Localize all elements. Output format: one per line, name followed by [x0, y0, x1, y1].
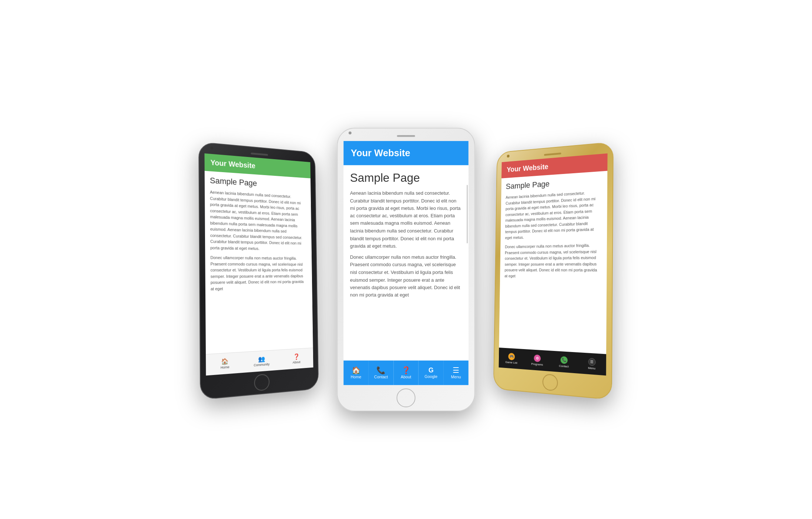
center-phone-bottom — [338, 385, 474, 411]
right-phone-speaker — [544, 153, 561, 156]
left-nav-home-label: Home — [221, 365, 229, 369]
center-nav-home[interactable]: 🏠 Home — [343, 361, 369, 385]
right-nav-menu[interactable]: ☰ Menu — [578, 352, 606, 376]
home-icon: 🏠 — [221, 358, 229, 365]
center-nav-contact[interactable]: 📞 Contact — [369, 361, 394, 385]
left-screen-title: Sample Page — [210, 176, 306, 191]
left-phone-speaker — [251, 153, 268, 156]
page-container: Your Website Sample Page Aenean lacinia … — [7, 15, 805, 519]
center-header-text: Your Website — [351, 147, 410, 158]
right-nav-programs-label: Programs — [531, 362, 543, 366]
left-nav-about[interactable]: ❓ About — [279, 348, 313, 370]
center-nav-about[interactable]: ❓ About — [393, 361, 419, 385]
right-phone-screen: Your Website Sample Page Aenean lacinia … — [499, 153, 608, 375]
left-screen-para-1: Aenean lacinia bibendum nulla sed consec… — [210, 189, 307, 252]
left-nav-about-label: About — [292, 360, 300, 364]
left-phone: Your Website Sample Page Aenean lacinia … — [198, 142, 319, 400]
center-menu-icon: ☰ — [453, 366, 459, 374]
center-phone-speaker — [397, 135, 415, 137]
about-icon: ❓ — [293, 354, 300, 360]
right-nav-contact[interactable]: 📞 Contact — [550, 351, 578, 373]
center-screen-para-2: Donec ullamcorper nulla non metus auctor… — [350, 254, 462, 299]
right-phone: Your Website Sample Page Aenean lacinia … — [493, 142, 614, 400]
left-screen-body: Sample Page Aenean lacinia bibendum null… — [205, 171, 313, 354]
left-nav-community-label: Community — [254, 362, 270, 367]
right-phone-camera — [507, 155, 510, 158]
center-nav-home-label: Home — [350, 375, 361, 379]
center-phone-nav: 🏠 Home 📞 Contact ❓ About G — [343, 361, 469, 385]
right-screen-para-2: Donec ullamcorper nulla non metus auctor… — [504, 242, 602, 279]
center-phone: Your Website Sample Page Aenean lacinia … — [337, 128, 475, 411]
right-screen-body: Sample Page Aenean lacinia bibendum null… — [499, 171, 607, 354]
right-home-button[interactable] — [543, 374, 558, 391]
right-nav-gamelist-label: Game List — [505, 360, 517, 364]
center-nav-menu[interactable]: ☰ Menu — [443, 361, 469, 385]
right-screen-para-1: Aenean lacinia bibendum nulla sed consec… — [505, 189, 602, 241]
center-screen-title: Sample Page — [350, 171, 462, 184]
left-side-btn-1 — [315, 194, 317, 204]
left-header-text: Your Website — [211, 158, 256, 170]
center-phone-screen: Your Website Sample Page Aenean lacinia … — [343, 141, 469, 385]
center-nav-contact-label: Contact — [374, 375, 388, 379]
left-home-button[interactable] — [254, 374, 270, 391]
right-side-btn-2 — [613, 203, 614, 214]
left-phone-wrapper: Your Website Sample Page Aenean lacinia … — [198, 142, 319, 400]
center-side-btn-1 — [475, 172, 475, 183]
center-nav-about-label: About — [401, 375, 411, 379]
right-header-text: Your Website — [507, 163, 548, 174]
right-screen-title: Sample Page — [506, 176, 603, 191]
center-phone-camera — [349, 131, 352, 134]
center-nav-google-label: Google — [425, 374, 437, 379]
right-nav-menu-label: Menu — [588, 366, 595, 370]
center-side-btn-2 — [475, 187, 475, 198]
left-side-btn-2 — [316, 209, 318, 219]
right-phone-wrapper: Your Website Sample Page Aenean lacinia … — [493, 142, 614, 400]
community-icon: 👥 — [258, 356, 265, 362]
center-contact-icon: 📞 — [376, 366, 386, 374]
right-side-btn-1 — [613, 187, 614, 199]
right-nav-programs[interactable]: ✿ Programs — [524, 349, 551, 371]
center-screen-body: Sample Page Aenean lacinia bibendum null… — [343, 165, 469, 360]
right-contact-icon: 📞 — [560, 356, 567, 364]
center-home-button[interactable] — [396, 388, 415, 407]
right-menu-icon: ☰ — [588, 358, 595, 366]
center-google-icon: G — [429, 367, 434, 374]
center-nav-menu-label: Menu — [451, 375, 461, 379]
right-side-buttons — [613, 187, 614, 214]
center-home-icon: 🏠 — [352, 366, 361, 374]
left-nav-community[interactable]: 👥 Community — [244, 350, 279, 373]
left-nav-home[interactable]: 🏠 Home — [206, 352, 244, 375]
center-side-buttons — [475, 172, 475, 198]
scrollbar-indicator — [467, 185, 468, 243]
center-phone-top — [338, 128, 474, 141]
gamelist-icon: 🎮 — [508, 353, 515, 360]
center-about-icon: ❓ — [402, 366, 411, 374]
left-phone-screen: Your Website Sample Page Aenean lacinia … — [204, 153, 313, 375]
center-screen-para-1: Aenean lacinia bibendum nulla sed consec… — [350, 190, 462, 250]
phones-scene: Your Website Sample Page Aenean lacinia … — [15, 15, 798, 519]
right-nav-gamelist[interactable]: 🎮 Game List — [499, 348, 524, 369]
center-screen-header: Your Website — [343, 141, 469, 165]
left-screen-para-2: Donec ullamcorper nulla non metus auctor… — [210, 255, 308, 292]
center-nav-google[interactable]: G Google — [419, 361, 444, 385]
center-phone-wrapper: Your Website Sample Page Aenean lacinia … — [337, 128, 475, 411]
programs-icon: ✿ — [534, 354, 541, 362]
left-phone-camera — [210, 147, 213, 150]
left-side-buttons — [315, 194, 317, 219]
right-nav-contact-label: Contact — [559, 364, 569, 368]
